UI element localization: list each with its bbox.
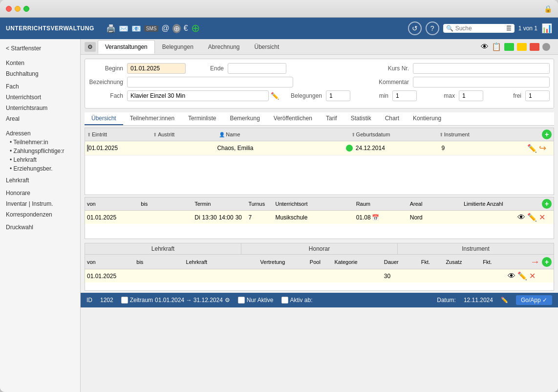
kurs-nr-input[interactable] (413, 63, 550, 74)
person-icon: 👤 (219, 132, 225, 137)
min-input[interactable] (392, 90, 417, 101)
sidebar-item-konten[interactable]: Konten (0, 58, 80, 68)
beginn-input[interactable] (127, 63, 186, 74)
sidebar-item-unterrichtsraum[interactable]: Unterrichtsraum (0, 103, 80, 113)
settings-button[interactable]: ⚙ (85, 42, 96, 52)
mail2-icon[interactable]: 📧 (131, 24, 141, 33)
edit-datum-icon[interactable]: ✏️ (501, 297, 508, 304)
sidebar-item-buchhaltung[interactable]: Buchhaltung (0, 68, 80, 79)
print-icon[interactable]: 🖨️ (106, 24, 116, 33)
th-turnus: Turnus (248, 201, 275, 207)
sidebar-item-druckwahl[interactable]: Druckwahl (0, 222, 80, 233)
lk-edit-icon[interactable]: ✏️ (517, 271, 527, 281)
subtab-tarif[interactable]: Tarif (319, 112, 344, 125)
settings-status-icon[interactable]: ⚙ (225, 297, 230, 304)
kommentar-input[interactable] (413, 77, 550, 87)
note-icon[interactable]: 📋 (492, 42, 501, 51)
ende-input[interactable] (228, 63, 286, 74)
at-icon[interactable]: @ (161, 24, 169, 33)
frei-input[interactable] (525, 90, 550, 101)
euro-icon[interactable]: € (184, 24, 188, 33)
maximize-button[interactable] (23, 6, 29, 12)
max-input[interactable] (459, 90, 483, 101)
search-input[interactable] (455, 25, 504, 32)
aktiv-ab-checkbox[interactable]: Aktiv ab: (281, 297, 313, 304)
refresh-btn[interactable]: ↺ (408, 22, 422, 35)
sidebar-item-teilnehmer[interactable]: Teilnehmer:in (0, 138, 80, 147)
sidebar-item-inventar[interactable]: Inventar | Instrum. (0, 198, 80, 209)
termin-edit-icon[interactable]: ✏️ (527, 213, 537, 222)
sidebar-back[interactable]: < Startfenster (0, 43, 80, 54)
lk-th-bis: bis (136, 259, 186, 265)
tab-belegungen[interactable]: Belegungen (155, 40, 201, 54)
nur-aktive-cb[interactable] (238, 297, 245, 304)
lk-th-pool: Pool (310, 259, 335, 265)
search-icon: 🔍 (446, 25, 453, 32)
sort-icon4: ⬆ (439, 132, 443, 137)
plus-green-icon[interactable]: ⊕ (191, 22, 200, 35)
add-lehrkraft-btn[interactable]: + (542, 257, 552, 267)
subtab-teilnehmer[interactable]: Teilnehmer:innen (123, 112, 181, 125)
lk-th-dauer: Dauer (384, 259, 421, 265)
termin-table-row: 01.01.2025 Di 13:30 14:00 30 7 Musikschu… (85, 211, 554, 224)
frei-label: frei (487, 92, 521, 99)
fach-input[interactable] (127, 90, 269, 101)
add-teilnehmer-btn[interactable]: + (542, 130, 552, 139)
form-row-beginn: Beginn Ende Kurs Nr. (89, 63, 550, 74)
indicator-gray (542, 43, 550, 51)
chart-icon[interactable]: 📊 (541, 23, 552, 34)
edit-row-icon[interactable]: ✏️ (527, 144, 537, 153)
main-toolbar: UNTERRICHTSVERWALTUNG 🖨️ ✉️ 📧 SMS @ ⊕ € … (0, 18, 558, 39)
subtab-uebersicht[interactable]: Übersicht (85, 112, 123, 125)
sidebar-item-honorare[interactable]: Honorare (0, 188, 80, 198)
sms-icon[interactable]: SMS (144, 25, 159, 32)
zeitraum-cb[interactable] (121, 297, 128, 304)
sidebar-item-zahlungspflichtige[interactable]: Zahlungspflichtige:r (0, 147, 80, 155)
tab-abrechnung[interactable]: Abrechnung (201, 40, 247, 54)
info-btn[interactable]: ? (426, 22, 439, 35)
navigate-icon[interactable]: ↪ (539, 143, 546, 153)
lk-view-icon[interactable]: 👁 (508, 272, 515, 281)
subtab-statistik[interactable]: Statistik (344, 112, 378, 125)
add-icon[interactable]: ⊕ (172, 24, 181, 33)
add-termin-btn[interactable]: + (542, 199, 552, 209)
belegungen-input[interactable] (326, 90, 350, 101)
subtab-veroeffentlichen[interactable]: Veröffentlichen (267, 112, 319, 125)
sidebar-item-unterrichtsort[interactable]: Unterrichtsort (0, 92, 80, 103)
sidebar-item-lehrkraft-addr[interactable]: Lehrkraft (0, 155, 80, 164)
subtab-kontierung[interactable]: Kontierung (406, 112, 448, 125)
sidebar-item-erziehungsber[interactable]: Erziehungsber. (0, 164, 80, 173)
form-row-bezeichnung: Bezeichnung Kommentar (89, 77, 550, 87)
lock-icon: 🔒 (544, 5, 552, 13)
eye-icon[interactable]: 👁 (481, 43, 489, 51)
sidebar-item-fach[interactable]: Fach (0, 81, 80, 92)
app-title: UNTERRICHTSVERWALTUNG (6, 25, 94, 32)
tab-uebersicht[interactable]: Übersicht (247, 40, 287, 54)
termin-td-von: 01.01.2025 (87, 214, 141, 221)
sidebar-item-lehrkraft[interactable]: Lehrkraft (0, 175, 80, 186)
subtab-bemerkung[interactable]: Bemerkung (223, 112, 266, 125)
search-box[interactable]: 🔍 ☰ (443, 24, 515, 33)
termin-delete-icon[interactable]: ✕ (539, 213, 545, 222)
close-button[interactable] (6, 6, 12, 12)
id-label: ID (86, 297, 92, 304)
sidebar-item-areal[interactable]: Areal (0, 113, 80, 124)
lk-delete-icon[interactable]: ✕ (529, 271, 536, 281)
max-label: max (421, 92, 455, 99)
subtab-terminliste[interactable]: Terminliste (181, 112, 223, 125)
fach-edit-icon[interactable]: ✏️ (271, 92, 279, 100)
subtab-chart[interactable]: Chart (378, 112, 406, 125)
nur-aktive-checkbox[interactable]: Nur Aktive (238, 297, 274, 304)
bezeichnung-input[interactable] (127, 77, 293, 87)
teilnehmer-header: ⬆ Eintritt ⬆ Austritt 👤 Name ⬆ (85, 128, 554, 141)
termin-view-icon[interactable]: 👁 (517, 213, 525, 222)
zeitraum-checkbox[interactable]: Zeitraum 01.01.2024 → 31.12.2024 ⚙ (121, 297, 230, 304)
zeitraum-value: 01.01.2024 → 31.12.2024 (155, 297, 223, 304)
mail1-icon[interactable]: ✉️ (119, 24, 129, 33)
status-indicators: 👁 📋 (481, 42, 550, 51)
aktiv-ab-cb[interactable] (281, 297, 288, 304)
tab-veranstaltungen[interactable]: Veranstaltungen (98, 40, 155, 54)
sidebar-item-korrespondenzen[interactable]: Korrespondenzen (0, 209, 80, 220)
goapp-button[interactable]: Go/App ✓ (516, 295, 552, 305)
minimize-button[interactable] (15, 6, 21, 12)
